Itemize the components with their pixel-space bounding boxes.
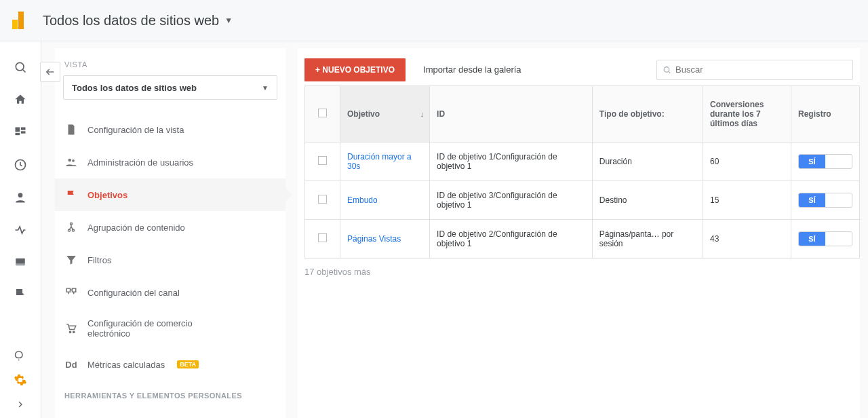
product-logo [12,12,24,29]
page-title: Todos los datos de sitios web [43,13,219,28]
col-header-type[interactable]: Tipo de objetivo: [592,86,703,142]
svg-line-22 [669,71,670,73]
menu-item-calculated-metrics[interactable]: Dd Métricas calculadas BETA [55,348,285,381]
filter-icon [64,253,78,267]
left-nav [0,41,41,418]
svg-line-1 [23,70,26,73]
goal-conversions: 43 [703,220,791,259]
menu-label: Métricas calculadas [87,360,165,370]
document-icon [64,123,78,136]
table-row: Duración mayor a 30s ID de objetivo 1/Co… [305,142,860,181]
record-toggle[interactable]: sí [798,231,852,246]
sort-arrow-icon: ↓ [420,110,425,118]
menu-label: Administración de usuarios [87,157,193,168]
view-column: VISTA Todos los datos de sitios web ▼ Co… [55,48,285,418]
column-header: VISTA [64,60,285,69]
svg-point-0 [16,62,24,71]
flag-icon [64,188,78,202]
goal-conversions: 60 [703,142,791,181]
conversions-icon[interactable] [14,287,26,299]
home-icon[interactable] [14,93,27,107]
search-icon [663,65,671,75]
goal-id: ID de objetivo 1/Configuración de objeti… [430,142,593,181]
goal-name-link[interactable]: Páginas Vistas [340,220,430,259]
section-header-personal-tools: HERRAMIENTAS Y ELEMENTOS PERSONALES [55,381,285,400]
collapse-icon[interactable] [15,399,26,410]
grouping-icon [64,221,78,234]
user-icon[interactable] [14,191,27,204]
row-checkbox[interactable] [318,156,327,165]
svg-point-15 [68,229,71,231]
menu-label: Configuración del canal [87,288,180,298]
svg-rect-2 [16,128,20,132]
more-goals-note: 17 objetivos más [298,259,860,277]
svg-point-14 [71,223,73,225]
goals-table: Objetivo↓ ID Tipo de objetivo: Conversio… [304,86,860,259]
svg-rect-4 [21,131,26,133]
beta-badge: BETA [177,360,199,368]
menu-item-filters[interactable]: Filtros [55,244,285,276]
cart-icon [64,322,78,335]
col-header-objective[interactable]: Objetivo↓ [340,86,430,142]
svg-point-13 [72,159,75,162]
menu-item-view-settings[interactable]: Configuración de la vista [55,113,285,146]
svg-rect-18 [73,288,76,292]
goal-type: Duración [592,142,703,181]
search-icon[interactable] [14,60,27,74]
col-header-conversions[interactable]: Conversiones durante los 7 últimos días [703,86,791,142]
col-header-id[interactable]: ID [430,86,593,142]
checkbox-select-all[interactable] [318,109,327,117]
view-selector[interactable]: Todos los datos de sitios web ▼ [63,75,277,100]
discover-icon[interactable] [14,349,26,361]
behavior-icon[interactable] [14,256,26,268]
goal-conversions: 15 [703,181,791,220]
channel-icon [64,286,78,299]
menu-item-ecommerce-settings[interactable]: Configuración de comercio electrónico [55,309,285,348]
import-gallery-button[interactable]: Importar desde la galería [415,58,530,81]
goal-id: ID de objetivo 2/Configuración de objeti… [430,220,593,259]
metrics-icon: Dd [64,358,78,371]
row-checkbox[interactable] [318,195,327,204]
goal-type: Destino [592,181,703,220]
users-icon [64,155,78,169]
svg-point-20 [73,331,75,332]
menu-item-goals[interactable]: Objetivos [55,178,285,211]
svg-point-12 [68,159,72,162]
menu-label: Configuración de la vista [87,125,184,135]
menu-item-user-management[interactable]: Administración de usuarios [55,146,285,178]
menu-item-channel-settings[interactable]: Configuración del canal [55,276,285,309]
record-toggle[interactable]: sí [798,193,852,208]
svg-point-7 [18,193,23,197]
goal-name-link[interactable]: Embudo [340,181,430,220]
back-button[interactable] [40,62,60,82]
svg-point-19 [69,331,71,332]
svg-rect-5 [16,133,20,135]
menu-label: Agrupación de contenido [87,223,185,233]
clock-icon[interactable] [14,158,27,172]
col-header-checkbox [305,86,340,142]
svg-point-21 [664,66,669,72]
goal-name-link[interactable]: Duración mayor a 30s [340,142,430,181]
goal-type: Páginas/panta… por sesión [592,220,703,259]
dashboard-icon[interactable] [14,126,27,139]
menu-item-content-grouping[interactable]: Agrupación de contenido [55,211,285,244]
goals-panel: + NUEVO OBJETIVO Importar desde la galer… [298,48,860,418]
col-header-record[interactable]: Registro [791,86,859,142]
view-breadcrumb[interactable]: Todos los datos de sitios web ▼ [43,13,233,28]
new-goal-button[interactable]: + NUEVO OBJETIVO [304,58,406,81]
svg-rect-17 [66,288,70,292]
svg-rect-3 [21,128,26,130]
svg-point-16 [73,229,75,231]
admin-gear-icon[interactable] [14,373,27,387]
record-toggle[interactable]: sí [798,154,852,169]
table-row: Embudo ID de objetivo 3/Configuración de… [305,181,860,220]
search-field[interactable] [656,60,853,80]
row-checkbox[interactable] [318,233,327,242]
acquisition-icon[interactable] [14,223,27,237]
goal-id: ID de objetivo 3/Configuración de objeti… [430,181,593,220]
menu-label: Objetivos [87,190,127,200]
goals-toolbar: + NUEVO OBJETIVO Importar desde la galer… [298,48,860,86]
search-input[interactable] [675,64,847,75]
menu-label: Configuración de comercio electrónico [87,318,203,339]
svg-rect-9 [16,263,25,265]
